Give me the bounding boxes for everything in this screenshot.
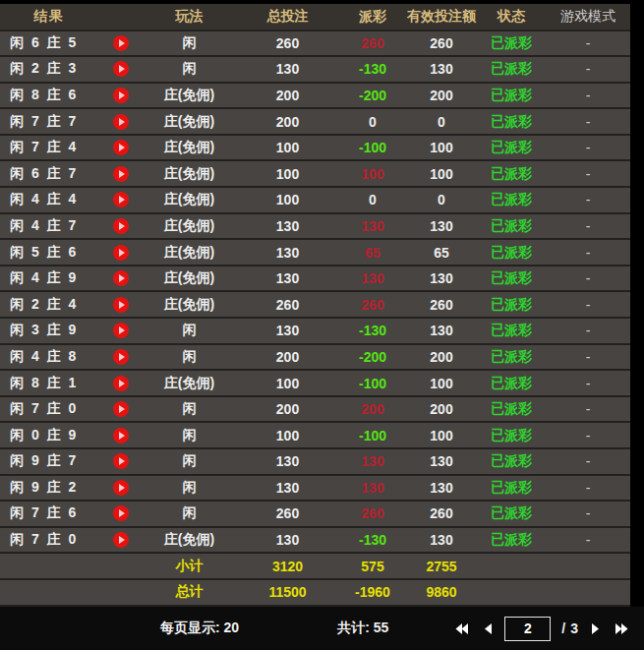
- play-icon[interactable]: [113, 35, 129, 51]
- payout-cell: -100: [339, 376, 406, 391]
- subtotal-total-bet: 3120: [236, 559, 339, 574]
- play-icon[interactable]: [113, 532, 129, 548]
- pager: / 3: [447, 617, 636, 641]
- valid-bet-cell: 200: [406, 349, 477, 365]
- play-icon[interactable]: [113, 428, 129, 443]
- play-type-cell: 闲: [143, 427, 236, 444]
- valid-bet-cell: 130: [406, 453, 477, 469]
- result-cell: 闲 5 庄 6: [0, 244, 98, 262]
- play-type-cell: 庄(免佣): [143, 375, 236, 392]
- total-bet-cell: 200: [236, 401, 339, 417]
- total-count-label: 共计: 55: [337, 620, 388, 637]
- play-icon[interactable]: [113, 166, 129, 182]
- status-cell: 已派彩: [477, 60, 546, 78]
- table-row: 闲 7 庄 6 闲 260 260 260 已派彩 -: [0, 502, 630, 528]
- table-row: 闲 3 庄 9 闲 130 -130 130 已派彩 -: [0, 319, 630, 345]
- play-icon[interactable]: [113, 323, 129, 338]
- detail-cell: [98, 270, 143, 286]
- play-icon[interactable]: [113, 349, 129, 365]
- play-icon[interactable]: [113, 401, 129, 417]
- detail-cell: [98, 35, 143, 51]
- play-type-cell: 庄(免佣): [143, 191, 236, 208]
- valid-bet-cell: 130: [406, 270, 477, 286]
- prev-page-button[interactable]: [483, 622, 493, 635]
- subtotal-valid-bet: 2755: [406, 559, 477, 574]
- result-cell: 闲 9 庄 2: [0, 479, 98, 497]
- play-icon[interactable]: [113, 192, 129, 207]
- play-icon[interactable]: [113, 297, 129, 313]
- status-cell: 已派彩: [477, 400, 546, 418]
- play-icon[interactable]: [113, 453, 129, 469]
- detail-cell: [98, 376, 143, 391]
- detail-cell: [98, 88, 143, 103]
- valid-bet-cell: 65: [406, 245, 477, 261]
- page-number-input[interactable]: [504, 617, 551, 641]
- valid-bet-cell: 260: [406, 35, 477, 51]
- status-cell: 已派彩: [477, 269, 546, 287]
- status-cell: 已派彩: [477, 348, 546, 366]
- table-row: 闲 6 庄 7 庄(免佣) 100 100 100 已派彩 -: [0, 161, 630, 188]
- table-row: 闲 2 庄 3 闲 130 -130 130 已派彩 -: [0, 57, 630, 84]
- valid-bet-cell: 100: [406, 376, 477, 391]
- table-body: 闲 6 庄 5 闲 260 260 260 已派彩 - 闲 2 庄 3 闲 13…: [0, 31, 630, 555]
- play-icon[interactable]: [113, 270, 129, 286]
- game-mode-cell: -: [546, 61, 630, 77]
- play-icon[interactable]: [113, 218, 129, 234]
- valid-bet-cell: 100: [406, 428, 477, 443]
- detail-cell: [98, 401, 143, 417]
- status-cell: 已派彩: [477, 452, 546, 470]
- play-icon[interactable]: [113, 61, 129, 77]
- status-cell: 已派彩: [477, 87, 546, 104]
- total-bet-cell: 260: [236, 35, 339, 51]
- subtotal-label: 小计: [143, 558, 236, 575]
- status-cell: 已派彩: [477, 244, 546, 262]
- table-row: 闲 4 庄 7 庄(免佣) 130 130 130 已派彩 -: [0, 214, 630, 241]
- total-bet-cell: 100: [236, 376, 339, 391]
- payout-cell: 260: [339, 505, 406, 521]
- table-row: 闲 8 庄 6 庄(免佣) 200 -200 200 已派彩 -: [0, 84, 630, 110]
- grand-total-row: 总计 11500 -1960 9860: [0, 580, 630, 607]
- valid-bet-cell: 0: [406, 114, 477, 130]
- play-icon[interactable]: [113, 114, 129, 130]
- col-header-payout: 派彩: [339, 8, 406, 26]
- result-cell: 闲 4 庄 4: [0, 191, 98, 208]
- next-page-button[interactable]: [591, 622, 601, 635]
- result-cell: 闲 7 庄 0: [0, 400, 98, 418]
- last-page-icon: [615, 622, 629, 635]
- first-page-icon: [454, 622, 469, 635]
- valid-bet-cell: 130: [406, 480, 477, 496]
- total-bet-cell: 260: [236, 297, 339, 313]
- play-type-cell: 庄(免佣): [143, 113, 236, 131]
- status-cell: 已派彩: [477, 34, 546, 52]
- total-bet-cell: 200: [236, 349, 339, 365]
- first-page-button[interactable]: [454, 622, 469, 635]
- table-row: 闲 8 庄 1 庄(免佣) 100 -100 100 已派彩 -: [0, 371, 630, 397]
- play-type-cell: 闲: [143, 479, 236, 497]
- play-icon[interactable]: [113, 376, 129, 391]
- last-page-button[interactable]: [615, 622, 629, 635]
- status-cell: 已派彩: [477, 322, 546, 339]
- table-row: 闲 2 庄 4 庄(免佣) 260 260 260 已派彩 -: [0, 292, 630, 319]
- play-type-cell: 闲: [143, 34, 236, 52]
- total-bet-cell: 130: [236, 270, 339, 286]
- play-type-cell: 庄(免佣): [143, 139, 236, 156]
- total-bet-cell: 130: [236, 218, 339, 234]
- status-cell: 已派彩: [477, 139, 546, 156]
- status-cell: 已派彩: [477, 531, 546, 549]
- play-icon[interactable]: [113, 140, 129, 155]
- play-icon[interactable]: [113, 505, 129, 521]
- play-type-cell: 庄(免佣): [143, 165, 236, 183]
- total-bet-cell: 130: [236, 532, 339, 548]
- total-bet-cell: 130: [236, 245, 339, 261]
- play-icon[interactable]: [113, 480, 129, 496]
- table-row: 闲 7 庄 7 庄(免佣) 200 0 0 已派彩 -: [0, 109, 630, 136]
- play-icon[interactable]: [113, 88, 129, 103]
- detail-cell: [98, 245, 143, 261]
- play-icon[interactable]: [113, 245, 129, 261]
- result-cell: 闲 2 庄 3: [0, 60, 98, 78]
- detail-cell: [98, 349, 143, 365]
- grand-total-payout: -1960: [339, 584, 406, 600]
- game-mode-cell: -: [546, 297, 630, 313]
- game-mode-cell: -: [546, 140, 630, 155]
- play-type-cell: 闲: [143, 400, 236, 418]
